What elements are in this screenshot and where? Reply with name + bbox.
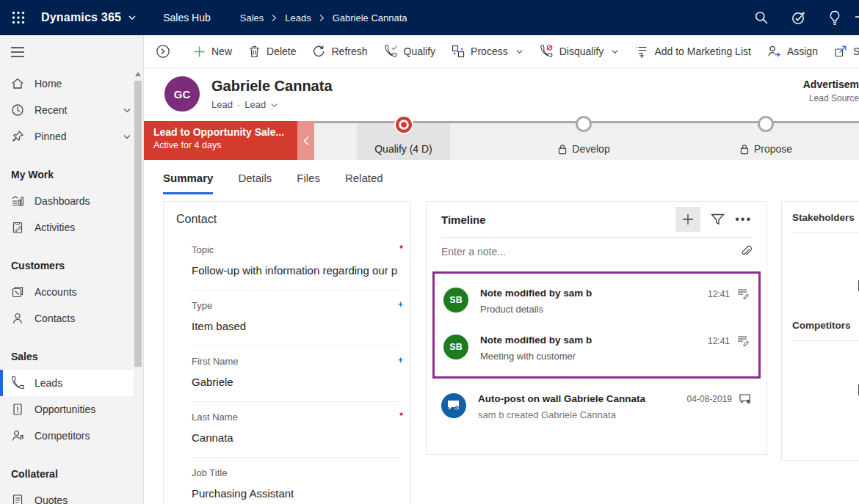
scrollbar-up-arrow[interactable]	[135, 72, 141, 76]
plus-icon	[193, 45, 206, 58]
entry-title: Auto-post on wall Gabriele Cannata	[478, 393, 645, 404]
field-topic[interactable]: Topic * Follow-up with information regar…	[192, 235, 399, 291]
process-button[interactable]: Process	[443, 35, 532, 67]
sidebar-item-opportunities[interactable]: Opportunities	[0, 396, 143, 423]
field-first-name[interactable]: First Name + Gabriele	[192, 346, 399, 402]
breadcrumb-item-sales[interactable]: Sales	[240, 12, 264, 23]
sidebar-item-competitors[interactable]: Competitors	[0, 423, 143, 449]
breadcrumb-item-leads[interactable]: Leads	[285, 12, 311, 23]
list-plus-icon	[635, 45, 648, 58]
app-launcher-button[interactable]	[0, 11, 25, 24]
timeline-more-button[interactable]: •••	[735, 216, 752, 223]
delete-button[interactable]: Delete	[240, 35, 304, 67]
field-value[interactable]: Purchasing Assistant	[192, 487, 399, 500]
tab-related[interactable]: Related	[345, 160, 383, 194]
sidebar-item-dashboards[interactable]: Dashboards	[0, 188, 143, 214]
process-icon	[452, 45, 465, 58]
stage-develop[interactable]: Develop	[529, 123, 639, 160]
lead-source-value[interactable]: Advertisem	[803, 78, 859, 90]
record-avatar: GC	[164, 76, 200, 112]
field-job-title[interactable]: Job Title Purchasing Assistant	[192, 458, 399, 504]
stage-dot	[758, 116, 774, 132]
field-value[interactable]: Follow-up with information regarding our…	[192, 264, 399, 277]
attach-button[interactable]	[740, 245, 752, 258]
stage-propose[interactable]: Propose	[711, 123, 821, 160]
disqualify-button[interactable]: Disqualify	[532, 35, 628, 67]
clock-icon	[11, 103, 24, 117]
share-button[interactable]: Sha	[826, 35, 859, 67]
entry-timestamp: 12:41	[708, 336, 730, 346]
document-exclaim-icon	[11, 403, 24, 416]
sidebar-scrollbar[interactable]	[134, 70, 142, 504]
tab-details[interactable]: Details	[238, 160, 272, 194]
chevron-right-icon	[319, 14, 325, 22]
new-button[interactable]: New	[185, 35, 240, 67]
command-bar: New Delete Refresh Qualify Process Disqu…	[144, 35, 859, 68]
avatar: SB	[443, 288, 468, 313]
sidebar-item-accounts[interactable]: Accounts	[0, 279, 143, 305]
command-label: Qualify	[404, 45, 436, 57]
timeline-filter-button[interactable]	[711, 213, 725, 226]
field-value[interactable]: Gabriele	[192, 376, 399, 389]
tab-files[interactable]: Files	[297, 160, 320, 194]
chevron-down-icon	[515, 48, 523, 56]
sidebar-item-label: Quotes	[35, 494, 68, 504]
chevron-down-icon[interactable]	[128, 12, 137, 25]
top-navigation-bar: Dynamics 365 Sales Hub Sales Leads Gabri…	[0, 0, 859, 35]
record-header: GC Gabriele Cannata Lead · Lead Advertis…	[144, 68, 859, 121]
record-form-selector[interactable]: Lead	[244, 99, 266, 110]
sitemap-toggle-button[interactable]	[0, 35, 143, 60]
clipped-plus-button[interactable]	[854, 10, 859, 25]
add-to-marketing-list-button[interactable]: Add to Marketing List	[627, 35, 759, 67]
note-input[interactable]	[441, 246, 740, 258]
pushpin-icon	[11, 130, 24, 143]
trash-icon	[248, 45, 261, 58]
entry-title: Note modified by sam b	[480, 335, 592, 346]
timeline-entry-autopost[interactable]: Auto-post on wall Gabriele Cannata sam b…	[441, 388, 752, 435]
timeline-entry-note-1[interactable]: SB Note modified by sam b Product detail…	[443, 282, 750, 329]
sidebar-item-home[interactable]: Home	[0, 70, 143, 97]
search-button[interactable]	[754, 10, 769, 25]
paperclip-icon	[740, 245, 752, 258]
command-label: Disqualify	[559, 45, 604, 57]
tab-summary[interactable]: Summary	[163, 160, 213, 194]
chevron-down-icon[interactable]	[270, 101, 278, 109]
timeline-add-button[interactable]	[675, 207, 700, 232]
related-grids-panel: Stakeholders Competitors	[781, 201, 859, 461]
breadcrumb-item-record[interactable]: Gabriele Cannata	[333, 12, 407, 23]
sidebar-item-activities[interactable]: Activities	[0, 214, 143, 241]
field-last-name[interactable]: Last Name * Cannata	[192, 402, 399, 458]
field-value[interactable]: Item based	[192, 320, 399, 333]
business-process-flow: Lead to Opportunity Sale... Active for 4…	[144, 121, 859, 160]
scrollbar-thumb[interactable]	[134, 81, 142, 367]
overflow-chevron-button[interactable]	[144, 35, 179, 67]
timeline-entry-note-2[interactable]: SB Note modified by sam b Meeting with c…	[443, 329, 750, 376]
app-name[interactable]: Sales Hub	[163, 12, 211, 23]
stakeholders-title: Stakeholders	[792, 212, 859, 223]
stage-qualify[interactable]: Qualify (4 D)	[357, 123, 450, 160]
assign-button[interactable]: Assign	[759, 35, 826, 67]
sidebar-item-pinned[interactable]: Pinned	[0, 123, 143, 150]
sidebar-item-quotes[interactable]: Quotes	[0, 487, 143, 504]
qualify-button[interactable]: Qualify	[376, 35, 444, 67]
chevron-down-icon[interactable]	[123, 106, 131, 114]
chevron-down-icon	[611, 48, 619, 56]
entry-title: Note modified by sam b	[480, 288, 592, 299]
sidebar-item-leads[interactable]: Leads	[0, 370, 135, 396]
insights-button[interactable]	[828, 10, 841, 26]
hamburger-icon	[11, 47, 24, 57]
product-title[interactable]: Dynamics 365	[41, 11, 121, 24]
person-arrow-icon	[767, 45, 781, 58]
sidebar-item-label: Contacts	[35, 313, 75, 324]
sidebar-item-contacts[interactable]: Contacts	[0, 305, 143, 332]
sidebar-item-recent[interactable]: Recent	[0, 97, 143, 123]
autopost-avatar	[441, 393, 466, 418]
field-type[interactable]: Type + Item based	[192, 291, 399, 346]
process-collapse-button[interactable]	[297, 121, 314, 160]
process-banner[interactable]: Lead to Opportunity Sale... Active for 4…	[144, 121, 297, 160]
chevron-down-icon[interactable]	[123, 132, 131, 141]
refresh-button[interactable]: Refresh	[304, 35, 375, 67]
field-value[interactable]: Cannata	[192, 431, 399, 445]
quick-actions-button[interactable]	[791, 10, 806, 26]
stage-dot	[576, 116, 592, 132]
